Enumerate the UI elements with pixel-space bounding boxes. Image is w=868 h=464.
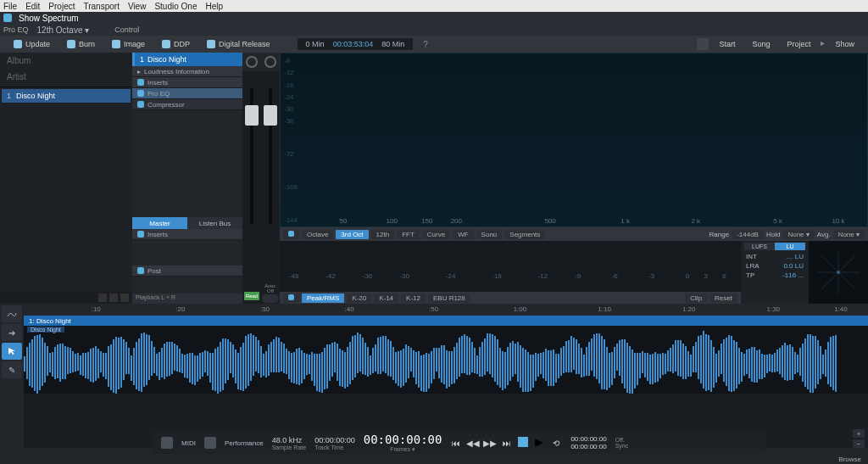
burn-button[interactable]: Burn bbox=[60, 38, 102, 50]
main-area: Album Artist 1 Disco Night 1 Disco Night… bbox=[0, 53, 868, 304]
insert-compressor[interactable]: Compressor bbox=[132, 99, 242, 110]
meter-peakrms[interactable]: Peak/RMS bbox=[302, 293, 344, 303]
download-icon[interactable] bbox=[697, 38, 709, 50]
metronome-icon[interactable] bbox=[161, 437, 173, 449]
ddp-icon bbox=[162, 40, 170, 48]
track-item[interactable]: 1 Disco Night bbox=[2, 89, 131, 103]
play-button[interactable] bbox=[533, 437, 545, 449]
inserts-header[interactable]: Inserts bbox=[132, 77, 242, 88]
mode-sono[interactable]: Sono bbox=[476, 230, 503, 239]
meter-k14[interactable]: K-14 bbox=[374, 293, 398, 303]
perf-icon[interactable] bbox=[204, 437, 216, 449]
inspector-panel: 1 Disco Night ▸Loudness Information Inse… bbox=[132, 53, 242, 304]
mini-btn[interactable] bbox=[120, 293, 129, 302]
track-fader[interactable]: Read bbox=[242, 71, 261, 304]
menu-project[interactable]: Project bbox=[48, 2, 75, 11]
spectrum-controls: Octave 3rd Oct 12th FFT Curve WF Sono Se… bbox=[280, 227, 868, 241]
image-button[interactable]: Image bbox=[105, 38, 152, 50]
power-icon[interactable] bbox=[137, 267, 144, 274]
zoom-out[interactable]: − bbox=[853, 439, 865, 448]
mode-curve[interactable]: Curve bbox=[422, 230, 450, 239]
timeline-track-header[interactable]: 1: Disco Night bbox=[24, 316, 868, 326]
read-button[interactable]: Read bbox=[244, 292, 259, 300]
tab-listen[interactable]: Listen Bus bbox=[187, 217, 242, 229]
power-icon[interactable] bbox=[137, 79, 144, 86]
meter-power[interactable] bbox=[283, 293, 299, 303]
autooff-label: Auto: Off bbox=[261, 283, 280, 293]
master-fader[interactable] bbox=[261, 71, 280, 283]
fader-thumb[interactable] bbox=[264, 105, 277, 126]
tool-pointer[interactable] bbox=[2, 343, 22, 360]
rewind-button[interactable]: ◀◀ bbox=[467, 437, 479, 449]
loudness-info-row[interactable]: ▸Loudness Information bbox=[132, 66, 242, 77]
spectrum-display[interactable]: -6 -12 -18 -24 -30 -36 -72 -108 -144 50 … bbox=[280, 53, 868, 227]
loop-button[interactable]: ⟲ bbox=[550, 437, 562, 449]
reset-button[interactable]: Reset bbox=[709, 293, 737, 303]
mode-segments[interactable]: Segments bbox=[504, 230, 545, 239]
main-timecode[interactable]: 00:00:00:00 bbox=[364, 433, 442, 446]
tab-master[interactable]: Master bbox=[132, 217, 187, 229]
update-button[interactable]: Update bbox=[7, 38, 57, 50]
mode-fft[interactable]: FFT bbox=[397, 230, 420, 239]
fader-thumb[interactable] bbox=[245, 105, 259, 126]
mode-3rdoct[interactable]: 3rd Oct bbox=[336, 230, 368, 239]
subtitle: Pro EQ bbox=[3, 25, 29, 34]
meter-k20[interactable]: K-20 bbox=[347, 293, 371, 303]
chevron-icon[interactable]: ▸ bbox=[821, 38, 825, 50]
show-button[interactable]: Show bbox=[828, 38, 861, 50]
start-button[interactable]: Start bbox=[712, 38, 742, 50]
browse-button[interactable]: Browse bbox=[838, 456, 861, 463]
waveform-clip[interactable]: Disco Night bbox=[24, 326, 868, 394]
menu-transport[interactable]: Transport bbox=[83, 2, 119, 11]
zoom-in[interactable]: + bbox=[853, 429, 865, 438]
pan-knob[interactable] bbox=[261, 53, 280, 71]
octave-select[interactable]: 12th Octave ▾ bbox=[37, 25, 90, 35]
hold-select[interactable]: None ▾ bbox=[782, 230, 814, 239]
insert-proeq[interactable]: Pro EQ bbox=[132, 88, 242, 99]
power-icon[interactable] bbox=[137, 90, 144, 97]
power-icon[interactable] bbox=[137, 231, 144, 238]
pan-knob[interactable] bbox=[242, 53, 261, 71]
project-button[interactable]: Project bbox=[780, 38, 817, 50]
forward-button[interactable]: ▶▶ bbox=[484, 437, 496, 449]
power-button[interactable] bbox=[283, 230, 299, 239]
rewind-start-button[interactable]: ⏮ bbox=[450, 437, 462, 449]
timeline-ruler[interactable]: :10 :20 :30 :40 :50 1:00 1:10 1:20 1:30 … bbox=[24, 304, 868, 316]
inspector-track[interactable]: 1 Disco Night bbox=[132, 53, 242, 66]
menu-file[interactable]: File bbox=[3, 2, 17, 11]
forward-end-button[interactable]: ⏭ bbox=[501, 437, 513, 449]
menu-studioone[interactable]: Studio One bbox=[154, 2, 197, 11]
track-name: Disco Night bbox=[16, 92, 55, 100]
tool-arrow[interactable]: ➔ bbox=[2, 324, 22, 341]
stop-button[interactable] bbox=[518, 437, 528, 447]
menu-edit[interactable]: Edit bbox=[25, 2, 40, 11]
mini-btn[interactable] bbox=[98, 293, 107, 302]
tool-automation[interactable] bbox=[2, 305, 22, 322]
inspector-track-num: 1 bbox=[140, 55, 144, 64]
mode-wf[interactable]: WF bbox=[453, 230, 473, 239]
sample-rate: 48.0 kHzSample Rate bbox=[272, 436, 306, 450]
menu-help[interactable]: Help bbox=[205, 2, 223, 11]
mini-btn[interactable] bbox=[109, 293, 118, 302]
frames-label[interactable]: Frames ▾ bbox=[390, 446, 415, 453]
menu-view[interactable]: View bbox=[128, 2, 147, 11]
digital-release-button[interactable]: Digital Release bbox=[200, 38, 277, 50]
ddp-button[interactable]: DDP bbox=[155, 38, 197, 50]
avg-select[interactable]: None ▾ bbox=[833, 230, 865, 239]
help-icon[interactable]: ? bbox=[423, 40, 428, 49]
toggle-switch[interactable] bbox=[262, 294, 279, 303]
inserts2-header[interactable]: Inserts bbox=[132, 229, 242, 240]
power-icon[interactable] bbox=[137, 101, 144, 108]
mode-12th[interactable]: 12th bbox=[371, 230, 395, 239]
song-button[interactable]: Song bbox=[745, 38, 776, 50]
mode-octave[interactable]: Octave bbox=[302, 230, 333, 239]
tab-lu[interactable]: LU bbox=[775, 243, 805, 250]
clip-button[interactable]: Clip bbox=[685, 293, 707, 303]
tool-pencil[interactable]: ✎ bbox=[2, 361, 22, 378]
range-select[interactable]: -144dB bbox=[732, 230, 764, 239]
post-header[interactable]: Post bbox=[132, 266, 242, 277]
meter-k12[interactable]: K-12 bbox=[401, 293, 426, 303]
tab-lufs[interactable]: LUFS bbox=[744, 243, 775, 250]
meter-ebu[interactable]: EBU R128 bbox=[428, 293, 470, 303]
update-icon bbox=[14, 40, 22, 48]
